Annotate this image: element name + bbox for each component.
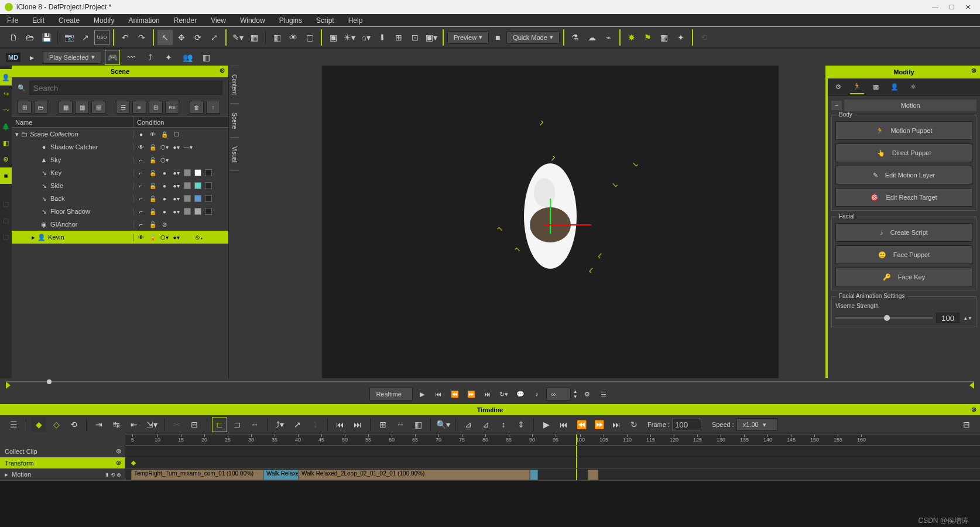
preview-button[interactable]: Preview▾ [447, 31, 489, 44]
forward-button[interactable]: ⏩ [464, 388, 478, 401]
menu-plugins[interactable]: Plugins [272, 16, 309, 25]
next-frame-button[interactable]: ⏭ [481, 388, 495, 401]
tree-row-root[interactable]: ▾🗀Scene Collection ●👁🔒☐ [12, 128, 228, 141]
facial-button[interactable]: ♪Create Script [835, 223, 972, 242]
gear-button[interactable]: ⚙ [580, 388, 594, 401]
viseme-slider[interactable] [835, 317, 933, 319]
facial-button[interactable]: 🔑Face Key [835, 268, 972, 286]
st-list-c[interactable]: ⊟ [149, 101, 163, 114]
body-button[interactable]: 👆Direct Puppet [835, 143, 972, 162]
st-rename[interactable]: RE [165, 101, 179, 114]
bbox-icon[interactable]: ▢ [302, 30, 317, 45]
tab-motion[interactable]: 🏃 [850, 80, 864, 94]
play-selected-button[interactable]: Play Selected▾ [43, 51, 101, 64]
tl-move-key[interactable]: ↔ [393, 417, 408, 432]
tl-t1-icon[interactable]: ⇥ [91, 417, 107, 432]
tl-loop[interactable]: ↻ [626, 417, 642, 432]
tl-rew[interactable]: ⏪ [574, 417, 589, 432]
body-button[interactable]: 🎯Edit Reach Target [835, 188, 972, 207]
side-tab-scene[interactable]: Scene [230, 104, 239, 138]
viseme-value[interactable] [936, 313, 960, 323]
tab-settings[interactable]: ⚙ [831, 80, 845, 94]
undo-icon[interactable]: ↶ [118, 30, 133, 45]
avatar-model[interactable] [509, 158, 591, 286]
menu-animation[interactable]: Animation [121, 16, 166, 25]
move-icon[interactable]: ✥ [174, 30, 189, 45]
tl-link-icon[interactable]: ⟲ [66, 417, 81, 432]
side-tab-visual[interactable]: Visual [230, 138, 239, 171]
tl-zoom[interactable]: 🔍▾ [436, 417, 451, 432]
st-filter[interactable]: ⊞ [18, 101, 32, 114]
path-icon[interactable]: ⤴ [142, 50, 157, 65]
people-icon[interactable]: 👥 [180, 50, 195, 65]
timeline-clip[interactable]: TempRight_Turn_mixamo_com_01 (100.00%) [131, 470, 263, 480]
body-button[interactable]: ✎Edit Motion Layer [835, 166, 972, 184]
paint-icon[interactable]: ✎▾ [230, 30, 245, 45]
tl-cut-icon[interactable]: ✂ [169, 417, 184, 432]
play-circle-icon[interactable]: ▸ [24, 50, 39, 65]
facial-button[interactable]: 😐Face Puppet [835, 245, 972, 264]
tl-t3-icon[interactable]: ⇤ [126, 417, 142, 432]
st-up[interactable]: ↑ [206, 101, 220, 114]
tl-prev-key[interactable]: ⏮ [333, 417, 348, 432]
vtab-curve[interactable]: 〰 [0, 102, 12, 118]
close-icon[interactable]: ✕ [965, 4, 971, 11]
prev-frame-button[interactable]: ⏮ [431, 388, 446, 401]
tl-options-icon[interactable]: ⊟ [959, 417, 974, 432]
vtab-path[interactable]: ↪ [0, 85, 12, 102]
export-icon[interactable]: ↗ [78, 30, 93, 45]
tree-row[interactable]: ▸👤Kevin👁🔓⬡▾●▾⎋▾ [12, 231, 228, 244]
menu-create[interactable]: Create [52, 16, 87, 25]
rotate-icon[interactable]: ⟳ [190, 30, 205, 45]
tl-del-key[interactable]: ▥ [410, 417, 426, 432]
vtab-camera[interactable]: ■ [0, 167, 12, 184]
viewport-3d[interactable]: ⌐ ⌐ ⌐ ⌐ ⌐ ⌐ ⌐ ⌐ [322, 66, 779, 378]
camera-icon[interactable]: 📷 [61, 30, 77, 45]
st-grid-c[interactable]: ▤ [91, 101, 105, 114]
usd-icon[interactable]: USD [94, 30, 109, 45]
tree-row[interactable]: ◉GIAnchor⌐🔓⊘ [12, 218, 228, 231]
tl-split-icon[interactable]: ⊟ [187, 417, 202, 432]
st-grid-a[interactable]: ▦ [59, 101, 73, 114]
tl-next-key[interactable]: ⏭ [350, 417, 365, 432]
tree-row[interactable]: ↘Key⌐🔓●●▾ [12, 166, 228, 179]
tl-flip-a[interactable]: ⊿ [461, 417, 476, 432]
tl-t4-icon[interactable]: ⇲▾ [144, 417, 159, 432]
extra-icon[interactable]: ▥ [198, 50, 214, 65]
menu-modify[interactable]: Modify [87, 16, 121, 25]
sound-button[interactable]: ♪ [530, 388, 544, 401]
tl-add-key[interactable]: ⊞ [375, 417, 390, 432]
vtab-avatar[interactable]: 👤 [0, 69, 12, 85]
gamepad-icon[interactable]: 🎮 [105, 50, 120, 65]
st-delete[interactable]: 🗑 [190, 101, 204, 114]
side-tab-content[interactable]: Content [230, 66, 239, 104]
loop-dropdown[interactable]: ∞ [546, 388, 571, 401]
select-icon[interactable]: ↖ [157, 30, 173, 45]
eye-icon[interactable]: 👁 [286, 30, 301, 45]
tl-next[interactable]: ⏭ [609, 417, 624, 432]
speech-button[interactable]: 💬 [513, 388, 527, 401]
tool-b-icon[interactable]: ⊞ [391, 30, 406, 45]
new-file-icon[interactable]: 🗋 [6, 30, 21, 45]
timeline-clip[interactable] [530, 470, 538, 480]
star-icon[interactable]: ✦ [161, 50, 176, 65]
st-grid-b[interactable]: ▩ [75, 101, 89, 114]
frame-input[interactable] [672, 419, 701, 430]
close-icon[interactable]: ⊗ [220, 67, 225, 74]
menu-render[interactable]: Render [167, 16, 204, 25]
flag-icon[interactable]: ⚑ [640, 30, 656, 45]
st-list-a[interactable]: ☰ [116, 101, 130, 114]
play-button[interactable]: ▶ [415, 388, 429, 401]
frame-icon[interactable]: ▣ [325, 30, 341, 45]
menu-view[interactable]: View [204, 16, 233, 25]
vtab-gear[interactable]: ⚙ [0, 151, 12, 167]
body-button[interactable]: 🏃Motion Puppet [835, 121, 972, 140]
tl-key-a-icon[interactable]: ◆ [31, 417, 46, 432]
timeline-clip[interactable]: Walk Relaxe [263, 470, 299, 480]
vtab-opt-b[interactable]: ▢ [0, 212, 12, 228]
realtime-dropdown[interactable]: Realtime [369, 388, 412, 401]
tl-curve-a[interactable]: ⤴▾ [272, 417, 287, 432]
tab-material[interactable]: ▩ [869, 80, 883, 94]
tl-flip-b[interactable]: ⊿ [478, 417, 494, 432]
tl-menu-icon[interactable]: ☰ [6, 417, 21, 432]
